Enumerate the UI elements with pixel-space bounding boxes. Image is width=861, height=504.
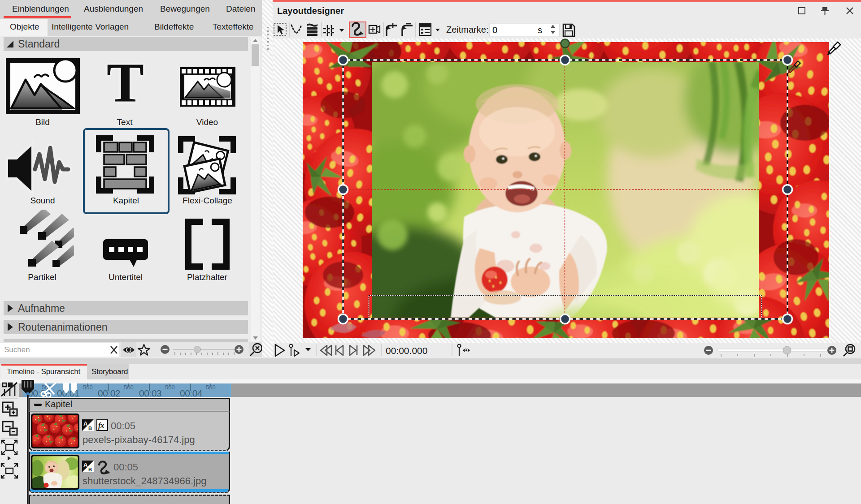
svg-text:B: B [88, 467, 92, 472]
svg-text:A: A [83, 461, 88, 468]
svg-text:B: B [88, 426, 92, 431]
svg-text:fx: fx [98, 422, 104, 430]
svg-text:s: s [538, 25, 542, 35]
svg-text:00:00.000: 00:00.000 [386, 345, 427, 356]
svg-text:0: 0 [492, 25, 497, 35]
svg-text:A: A [83, 420, 88, 427]
svg-text:Zeitmarke:: Zeitmarke: [446, 25, 488, 34]
